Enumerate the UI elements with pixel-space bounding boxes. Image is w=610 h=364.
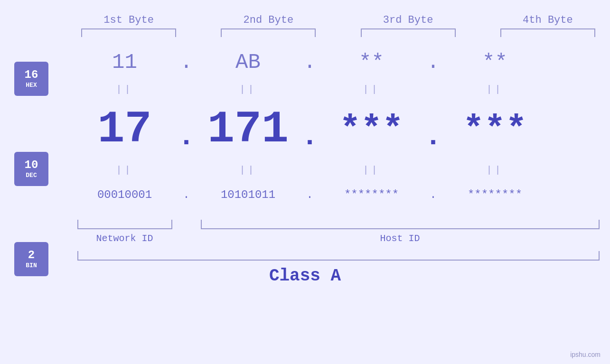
- network-id-label: Network ID: [77, 233, 172, 244]
- byte2-header: 2nd Byte: [221, 14, 316, 26]
- dec-badge: 10 DEC: [14, 152, 48, 186]
- eq2-b1: ||: [77, 165, 172, 176]
- eq2-b2: ||: [201, 165, 296, 176]
- bin-b4: ********: [448, 188, 543, 201]
- host-bracket: [201, 220, 600, 229]
- hex-d2: .: [296, 50, 324, 74]
- dec-d2: .: [296, 106, 324, 153]
- main-container: 1st Byte 2nd Byte 3rd Byte 4th Byte 16 H…: [0, 0, 610, 364]
- bin-b3: ********: [324, 188, 419, 201]
- eq1-b4: ||: [448, 84, 543, 95]
- hex-b3: **: [324, 50, 419, 74]
- bin-d1: .: [172, 188, 201, 201]
- bracket-byte1: [81, 28, 176, 37]
- hex-badge: 16 HEX: [14, 62, 48, 96]
- hex-d3: .: [419, 50, 448, 74]
- bin-badge: 2 BIN: [14, 242, 48, 276]
- watermark: ipshu.com: [570, 351, 601, 358]
- bin-b2: 10101011: [201, 188, 296, 201]
- eq1-b1: ||: [77, 84, 172, 95]
- dec-d1: .: [172, 106, 201, 153]
- eq1-b2: ||: [201, 84, 296, 95]
- bin-b1: 00010001: [77, 188, 172, 201]
- byte1-header: 1st Byte: [81, 14, 176, 26]
- hex-b1: 11: [77, 50, 172, 74]
- dec-d3: .: [419, 106, 448, 153]
- eq2-b4: ||: [448, 165, 543, 176]
- full-bracket: [77, 251, 600, 261]
- hex-d1: .: [172, 50, 201, 74]
- hex-b4: **: [448, 50, 543, 74]
- host-id-label: Host ID: [201, 233, 600, 244]
- hex-b2: AB: [201, 50, 296, 74]
- byte3-header: 3rd Byte: [361, 14, 456, 26]
- bin-d3: .: [419, 188, 448, 201]
- dec-b3: ***: [324, 112, 419, 148]
- class-label: Class A: [269, 266, 341, 286]
- byte4-header: 4th Byte: [500, 14, 595, 26]
- dec-b1: 17: [77, 107, 172, 152]
- bracket-byte4: [500, 28, 595, 37]
- eq2-b3: ||: [324, 165, 419, 176]
- dec-b2: 171: [201, 107, 296, 152]
- network-bracket: [77, 220, 172, 229]
- eq1-b3: ||: [324, 84, 419, 95]
- bracket-byte2: [221, 28, 316, 37]
- bracket-byte3: [361, 28, 456, 37]
- dec-b4: ***: [448, 112, 543, 148]
- bin-d2: .: [296, 188, 324, 201]
